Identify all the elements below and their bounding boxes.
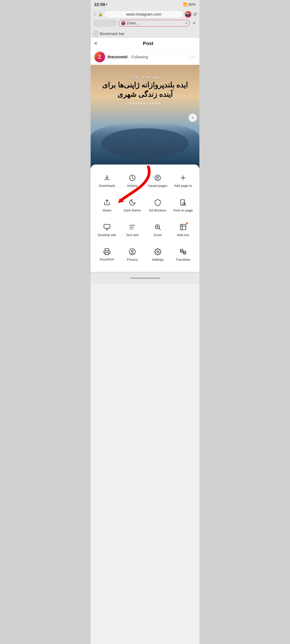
ad-blockers-svg <box>154 199 161 206</box>
translator-icon <box>179 248 187 256</box>
add-page-to-svg <box>180 174 187 182</box>
svg-rect-13 <box>183 251 186 254</box>
downloads-icon <box>103 174 111 182</box>
saved-pages-label: Saved pages <box>148 184 167 188</box>
menu-item-add-page-to[interactable]: Add page to <box>170 169 196 192</box>
find-on-page-svg <box>180 199 187 206</box>
zoom-icon <box>154 223 162 231</box>
tab-blur-1[interactable] <box>93 20 117 27</box>
menu-item-downloads[interactable]: Downloads <box>94 169 120 192</box>
avatar[interactable]: Z <box>94 52 105 62</box>
post-subtitle: شهر شناور دوگن <box>130 74 160 79</box>
find-on-page-label: Find on page <box>174 208 193 212</box>
saved-pages-svg <box>154 174 161 182</box>
add-ons-label: Add-ons <box>177 233 189 237</box>
menu-item-desktop-site[interactable]: Desktop site <box>94 218 120 241</box>
svg-point-11 <box>157 251 158 252</box>
instagram-logo: 📷 <box>186 12 190 16</box>
following-label[interactable]: Following <box>132 55 148 59</box>
status-checkmark: ✓ <box>105 2 108 6</box>
menu-item-share[interactable]: Share <box>94 194 120 217</box>
desktop-site-icon <box>103 223 111 231</box>
address-bar[interactable]: www.instagram.com <box>104 10 183 18</box>
menu-item-history[interactable]: History <box>120 169 145 192</box>
print-pdf-label: Print/PDF <box>100 258 114 262</box>
home-indicator[interactable] <box>130 278 160 278</box>
active-tab[interactable]: 📷 Zoom... × <box>119 20 190 26</box>
username[interactable]: thezoomit <box>108 54 128 59</box>
signal-icon: 📶 <box>183 2 187 6</box>
menu-separator-2 <box>94 218 196 218</box>
translator-label: Translator <box>176 258 190 262</box>
privacy-svg <box>129 248 136 255</box>
history-svg <box>129 174 136 182</box>
bookmark-bar-label: Bookmark bar <box>100 32 124 36</box>
next-slide-button[interactable]: › <box>188 114 197 122</box>
bookmark-bar: + Bookmark bar <box>90 30 200 38</box>
download-svg <box>103 174 110 182</box>
text-size-icon: T <box>128 223 136 231</box>
bottom-nav <box>90 272 200 284</box>
battery-text: 80% <box>188 2 196 7</box>
nav-bar: < Post <box>90 38 200 49</box>
svg-point-9 <box>129 249 135 255</box>
city-silhouette <box>101 128 189 158</box>
privacy-label: Privacy <box>127 258 138 262</box>
menu-item-saved-pages[interactable]: Saved pages <box>145 169 170 192</box>
lock-icon: 🔒 <box>98 12 103 16</box>
menu-row-4: Print/PDF Privacy <box>94 243 196 266</box>
ad-blockers-icon <box>154 198 162 207</box>
print-pdf-icon <box>103 248 111 256</box>
tabs-row: 📷 Zoom... × + <box>93 20 197 27</box>
status-icons: 📶 80% <box>183 2 196 7</box>
menu-item-settings[interactable]: Settings <box>145 243 170 266</box>
menu-item-ad-blockers[interactable]: Ad blockers <box>145 194 170 217</box>
desktop-site-svg <box>103 224 110 231</box>
share-icon <box>103 198 111 207</box>
post-tag: GENERAL NEWS <box>129 102 161 105</box>
status-bar: 22:59 ✓ 📶 80% <box>90 0 200 9</box>
menu-item-zoom[interactable]: Zoom <box>145 218 170 241</box>
add-page-to-label: Add page to <box>174 184 192 188</box>
menu-item-print-pdf[interactable]: Print/PDF <box>94 243 120 266</box>
menu-item-dark-theme[interactable]: Dark theme <box>120 194 145 217</box>
post-title: ایده بلندپروازانه ژاپنی‌ها برای آینده زن… <box>99 80 191 99</box>
menu-row-3: Desktop site T Text size <box>94 218 196 241</box>
add-ons-icon <box>179 223 187 231</box>
status-time: 22:59 <box>94 2 105 7</box>
bottom-sheet-menu: Downloads History Save <box>90 164 200 272</box>
menu-item-text-size[interactable]: T Text size <box>120 218 145 241</box>
zoom-label: Zoom <box>154 233 162 237</box>
downloads-label: Downloads <box>99 184 115 188</box>
back-button[interactable]: < <box>94 40 98 46</box>
post-header: Z thezoomit • Following ··· <box>90 49 200 65</box>
settings-svg <box>154 248 161 255</box>
find-on-page-icon <box>179 198 187 207</box>
menu-item-privacy[interactable]: Privacy <box>120 243 145 266</box>
bookmark-add-icon[interactable]: + <box>93 31 98 36</box>
svg-text:T: T <box>133 227 134 230</box>
menu-item-find-on-page[interactable]: Find on page <box>170 194 196 217</box>
menu-item-translator[interactable]: Translator <box>170 243 196 266</box>
svg-point-10 <box>132 250 133 252</box>
active-tab-label: Zoom... <box>126 21 184 25</box>
reload-icon[interactable]: ↺ <box>193 12 197 17</box>
add-ons-svg <box>180 224 187 231</box>
menu-row-1: Downloads History Save <box>94 169 196 192</box>
svg-rect-12 <box>180 249 183 252</box>
svg-rect-8 <box>105 252 109 255</box>
svg-rect-5 <box>104 224 110 228</box>
separator-dot: • <box>129 56 130 59</box>
new-tab-button[interactable]: + <box>191 20 197 26</box>
more-options-button[interactable]: ··· <box>190 54 196 60</box>
phone-container: 22:59 ✓ 📶 80% ☆ 🔒 www.instagram.com 📷 ↺ … <box>90 0 200 644</box>
post-city-image <box>90 122 200 170</box>
privacy-icon <box>128 248 136 256</box>
browser-chrome: ☆ 🔒 www.instagram.com 📷 ↺ 📷 Zoom... × + <box>90 9 200 30</box>
star-icon[interactable]: ☆ <box>93 12 96 16</box>
text-size-svg: T <box>129 224 136 231</box>
menu-item-add-ons[interactable]: Add-ons <box>170 218 196 241</box>
instagram-icon[interactable]: 📷 <box>185 11 191 18</box>
text-size-label: Text size <box>126 233 139 237</box>
tab-close-button[interactable]: × <box>185 21 188 25</box>
